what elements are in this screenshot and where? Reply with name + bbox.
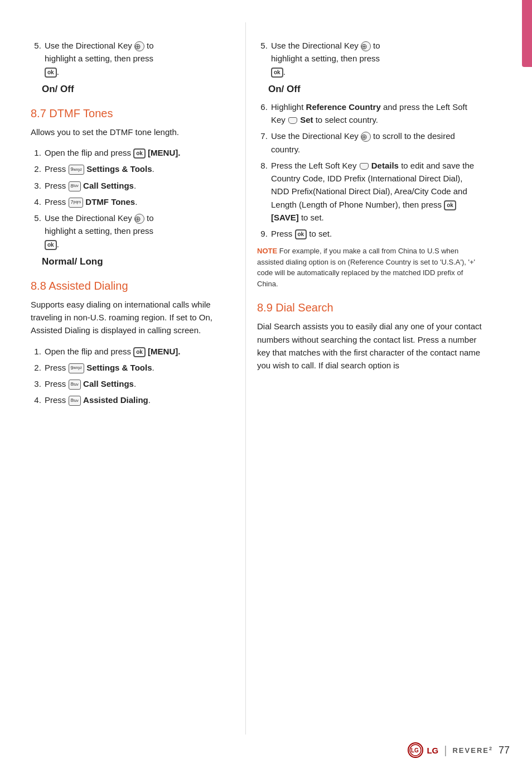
details-label: Details — [371, 161, 399, 170]
note-text: For example, if you make a call from Chi… — [257, 247, 475, 288]
list-item: Press 8tuv Call Settings. — [43, 179, 229, 192]
list-item: Press the Left Soft Key Details to edit … — [270, 159, 482, 224]
footer-lg-text: LG — [427, 746, 438, 755]
list-item: Open the flip and press ok [MENU]. — [43, 146, 229, 159]
soft-key-icon — [288, 117, 297, 124]
step5-text: Use the Directional Key to highlight a s… — [45, 41, 154, 76]
ok-icon: ok — [45, 240, 57, 250]
footer-logo: LG LG — [408, 742, 438, 758]
left-column: Use the Directional Key to highlight a s… — [0, 22, 245, 735]
normal-long-heading: Normal/ Long — [42, 256, 229, 267]
dir-key-icon — [361, 41, 371, 51]
list-item: Open the flip and press ok [MENU]. — [43, 345, 229, 358]
on-off-heading-left: On/ Off — [42, 84, 229, 95]
right-tab — [522, 0, 532, 67]
menu-label: [MENU]. — [148, 347, 180, 356]
list-item: Use the Directional Key to highlight a s… — [270, 39, 482, 78]
list-item: Use the Directional Key to highlight a s… — [43, 39, 229, 78]
8tuv-key-icon: 8tuv — [69, 181, 81, 191]
7pqrs-key-icon: 7pqrs — [69, 198, 84, 208]
ok-icon: ok — [444, 200, 456, 210]
list-item: Highlight Reference Country and press th… — [270, 100, 482, 127]
reference-country-label: Reference Country — [306, 102, 381, 112]
list-item: Use the Directional Key to scroll to the… — [270, 129, 482, 156]
note-block: NOTE For example, if you make a call fro… — [257, 246, 482, 289]
list-item: Press 9wxyz Settings & Tools. — [43, 361, 229, 374]
on-off-heading-right: On/ Off — [268, 84, 482, 95]
list-item: Press 8tuv Call Settings. — [43, 377, 229, 390]
svg-text:LG: LG — [411, 747, 419, 753]
dtmf-tones-label: DTMF Tones — [85, 197, 135, 207]
assisted-dialing-label: Assisted Dialing — [83, 395, 148, 405]
ok-icon: ok — [295, 229, 307, 239]
call-settings-label: Call Settings — [83, 181, 134, 190]
menu-label: [MENU]. — [148, 148, 180, 157]
soft-key-icon — [360, 163, 369, 170]
9wxyz-key-icon: 9wxyz — [69, 363, 85, 373]
8tuv-key-icon-2: 8tuv — [69, 396, 81, 406]
list-item: Press 9wxyz Settings & Tools. — [43, 162, 229, 175]
dir-key-icon — [134, 41, 144, 51]
section-8-8-steps: Open the flip and press ok [MENU]. Press… — [41, 345, 229, 407]
list-item: Use the Directional Key to highlight a s… — [43, 212, 229, 251]
footer-page-number: 77 — [499, 745, 510, 756]
footer: LG LG | REVERE2 77 — [408, 742, 510, 758]
set-label: Set — [300, 115, 313, 124]
section-8-9-desc: Dial Search assists you to easily dial a… — [257, 320, 482, 372]
section-8-7-steps: Open the flip and press ok [MENU]. Press… — [41, 146, 229, 251]
ok-icon: ok — [133, 148, 146, 159]
section-8-7-desc: Allows you to set the DTMF tone length. — [31, 126, 229, 138]
ok-icon: ok — [271, 68, 283, 78]
footer-divider: | — [444, 744, 447, 757]
call-settings-label: Call Settings — [83, 379, 134, 388]
section-8-8-heading: 8.8 Assisted Dialing — [31, 280, 229, 292]
right-column: Use the Directional Key to highlight a s… — [245, 22, 513, 735]
save-label: [SAVE] — [271, 213, 299, 222]
ok-icon: ok — [45, 68, 57, 78]
9wxyz-key-icon: 9wxyz — [69, 165, 85, 175]
steps-6-9: Highlight Reference Country and press th… — [267, 100, 482, 241]
8tuv-key-icon: 8tuv — [69, 380, 81, 390]
section-8-7-heading: 8.7 DTMF Tones — [31, 107, 229, 120]
ok-icon: ok — [133, 347, 146, 357]
dir-key-icon — [134, 214, 144, 224]
list-item: Press 7pqrs DTMF Tones. — [43, 195, 229, 208]
dir-key-icon — [361, 132, 371, 142]
section-8-9-heading: 8.9 Dial Search — [257, 301, 482, 314]
list-item: Press 8tuv Assisted Dialing. — [43, 393, 229, 406]
footer-brand: REVERE2 — [452, 746, 492, 755]
lg-logo-icon: LG — [408, 742, 423, 758]
settings-tools-label: Settings & Tools — [86, 164, 152, 174]
note-label: NOTE — [257, 247, 277, 255]
list-item: Press ok to set. — [270, 227, 482, 240]
settings-tools-label: Settings & Tools — [86, 363, 152, 372]
section-8-8-desc: Supports easy dialing on international c… — [31, 298, 229, 337]
